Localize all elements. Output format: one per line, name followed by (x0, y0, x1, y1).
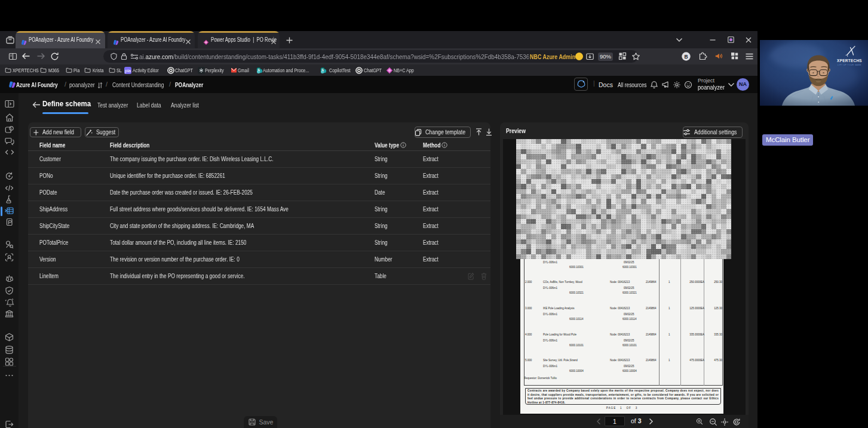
svg-text:S: S (257, 68, 260, 72)
svg-text:B: B (684, 54, 688, 60)
svg-text:pia: pia (125, 68, 131, 73)
svg-text:S: S (321, 68, 324, 72)
